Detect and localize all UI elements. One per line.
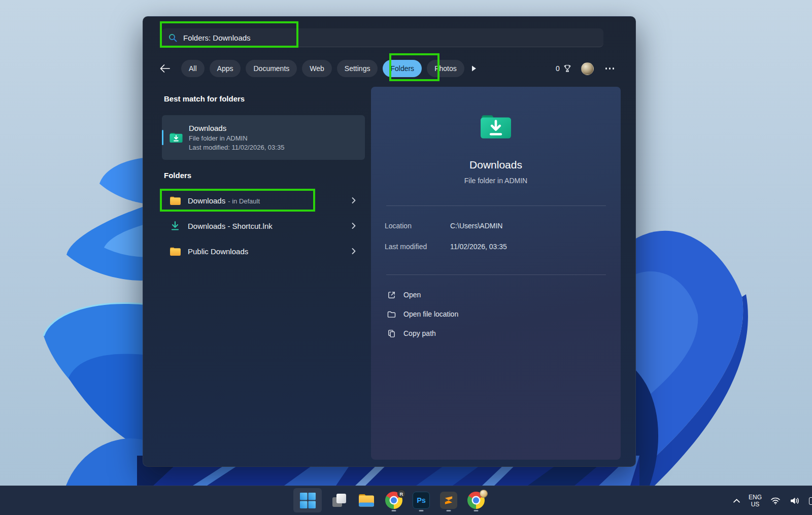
best-match-subtitle: File folder in ADMIN xyxy=(189,134,284,142)
more-filters-button[interactable] xyxy=(471,65,477,72)
windows-logo-icon xyxy=(299,492,316,509)
tab-settings[interactable]: Settings xyxy=(337,60,378,77)
rewards-count: 0 xyxy=(556,64,560,73)
wifi-icon xyxy=(770,497,781,505)
taskbar: R Ps xyxy=(0,486,812,515)
start-button[interactable] xyxy=(293,488,322,512)
folder-open-icon xyxy=(387,311,396,318)
chrome-profile-r-button[interactable]: R xyxy=(384,488,404,512)
file-explorer-icon xyxy=(358,493,375,508)
back-arrow-icon xyxy=(160,64,170,73)
language-indicator[interactable]: ENG US xyxy=(749,494,762,508)
action-copy-path[interactable]: Copy path xyxy=(371,324,621,343)
photoshop-icon: Ps xyxy=(413,492,430,509)
folder-icon xyxy=(169,196,181,205)
property-label: Location xyxy=(385,222,450,230)
chrome-profile-badge: R xyxy=(397,490,405,498)
tab-photos[interactable]: Photos xyxy=(427,60,464,77)
search-icon xyxy=(168,33,177,42)
downloads-folder-icon xyxy=(170,132,183,143)
property-row: Location C:\Users\ADMIN xyxy=(371,221,621,231)
rewards-button[interactable]: 0 xyxy=(556,64,571,73)
show-hidden-icons-button[interactable] xyxy=(732,498,741,504)
volume-button[interactable] xyxy=(789,496,801,506)
battery-icon[interactable] xyxy=(809,497,812,505)
sublime-text-icon xyxy=(440,492,457,509)
play-icon xyxy=(471,65,477,72)
folder-result-title: Downloads - Shortcut.lnk xyxy=(188,222,273,230)
folder-result-suffix: - in Default xyxy=(228,197,260,205)
chrome-profile-avatar-button[interactable] xyxy=(466,488,486,512)
folders-section-heading: Folders xyxy=(164,171,191,180)
ellipsis-icon xyxy=(605,67,607,69)
property-row: Last modified 11/02/2026, 03:35 xyxy=(371,242,621,252)
task-view-button[interactable] xyxy=(329,488,349,512)
chevron-right-icon[interactable] xyxy=(350,221,358,231)
running-indicator xyxy=(419,510,424,511)
task-view-icon xyxy=(331,492,347,508)
back-button[interactable] xyxy=(158,62,172,75)
property-value: C:\Users\ADMIN xyxy=(450,222,502,230)
action-open-file-location[interactable]: Open file location xyxy=(371,304,621,324)
chevron-right-icon[interactable] xyxy=(350,246,358,256)
folder-result-public-downloads[interactable]: Public Downloads xyxy=(162,239,365,263)
download-arrow-icon xyxy=(169,221,181,231)
folder-result-title: Downloads xyxy=(188,196,225,205)
tab-documents[interactable]: Documents xyxy=(246,60,297,77)
property-value: 11/02/2026, 03:35 xyxy=(450,243,507,251)
speaker-icon xyxy=(790,497,800,505)
tab-folders[interactable]: Folders xyxy=(383,60,422,77)
best-match-result[interactable]: Downloads File folder in ADMIN Last modi… xyxy=(162,115,365,160)
best-match-modified: Last modified: 11/02/2026, 03:35 xyxy=(189,144,284,151)
trophy-icon xyxy=(563,64,571,73)
tab-all[interactable]: All xyxy=(181,60,205,77)
file-explorer-button[interactable] xyxy=(356,488,377,512)
divider xyxy=(386,205,606,206)
action-open[interactable]: Open xyxy=(371,285,621,304)
best-match-heading: Best match for folders xyxy=(164,94,245,103)
search-query-text: Folders: Downloads xyxy=(183,33,251,42)
wifi-button[interactable] xyxy=(769,496,782,506)
tab-web[interactable]: Web xyxy=(302,60,332,77)
sublime-text-button[interactable] xyxy=(438,488,459,512)
chrome-avatar-badge xyxy=(480,490,488,498)
more-options-button[interactable] xyxy=(603,65,616,71)
open-external-icon xyxy=(387,291,396,299)
chevron-right-icon[interactable] xyxy=(350,195,358,205)
photoshop-button[interactable]: Ps xyxy=(411,488,431,512)
folder-result-title: Public Downloads xyxy=(188,247,248,256)
preview-pane: Downloads File folder in ADMIN Location … xyxy=(371,87,621,460)
user-avatar[interactable] xyxy=(581,62,594,75)
running-indicator xyxy=(447,510,451,511)
preview-subtitle: File folder in ADMIN xyxy=(371,177,621,185)
folder-result-downloads-shortcut[interactable]: Downloads - Shortcut.lnk xyxy=(162,214,365,237)
downloads-folder-icon-large xyxy=(480,113,512,140)
preview-title: Downloads xyxy=(371,159,621,171)
search-input[interactable]: Folders: Downloads xyxy=(162,28,603,47)
folder-result-downloads-default[interactable]: Downloads- in Default xyxy=(162,189,365,212)
running-indicator xyxy=(392,510,396,511)
copy-icon xyxy=(387,329,396,338)
folder-icon xyxy=(169,247,181,256)
best-match-title: Downloads xyxy=(189,124,284,132)
divider xyxy=(386,274,606,275)
property-label: Last modified xyxy=(385,243,450,251)
running-indicator xyxy=(474,510,479,511)
search-filter-tabs: All Apps Documents Web Settings Folders … xyxy=(158,59,616,78)
tab-apps[interactable]: Apps xyxy=(210,60,241,77)
chevron-up-icon xyxy=(733,499,740,503)
search-flyout-panel: Folders: Downloads All Apps Documents We… xyxy=(143,16,636,467)
